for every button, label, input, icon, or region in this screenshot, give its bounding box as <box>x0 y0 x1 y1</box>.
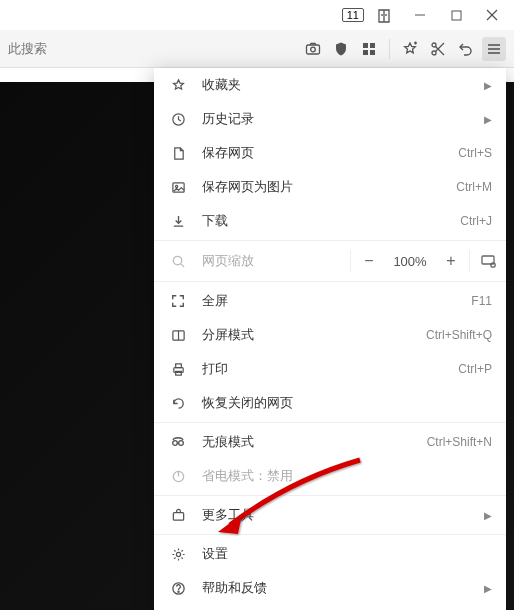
menu-zoom: 网页缩放 − 100% + <box>154 243 506 279</box>
tab-count-badge: 11 <box>342 8 364 22</box>
menu-item-label: 设置 <box>202 545 492 563</box>
svg-point-20 <box>173 256 181 264</box>
svg-point-12 <box>432 43 436 47</box>
svg-rect-4 <box>307 45 320 54</box>
restore-icon <box>168 396 188 411</box>
menu-item-label: 收藏夹 <box>202 76 484 94</box>
menu-settings[interactable]: 设置 <box>154 537 506 571</box>
svg-rect-9 <box>370 50 375 55</box>
chevron-right-icon: ▶ <box>484 114 492 125</box>
zoom-out-button[interactable]: − <box>351 243 387 279</box>
menu-history[interactable]: 历史记录 ▶ <box>154 102 506 136</box>
magnify-icon <box>168 254 188 269</box>
menu-restore-closed[interactable]: 恢复关闭的网页 <box>154 386 506 420</box>
star-icon <box>168 78 188 93</box>
menu-item-shortcut: F11 <box>471 294 492 308</box>
gear-icon <box>168 547 188 562</box>
menu-separator <box>154 534 506 535</box>
address-toolbar <box>0 30 514 68</box>
main-menu: 收藏夹 ▶ 历史记录 ▶ 保存网页 Ctrl+S 保存网页为图片 Ctrl+M … <box>154 68 506 610</box>
split-icon <box>168 328 188 343</box>
zoom-in-button[interactable]: + <box>433 243 469 279</box>
menu-separator <box>154 240 506 241</box>
incognito-icon <box>168 434 188 450</box>
svg-rect-32 <box>173 512 183 520</box>
separator <box>389 39 390 59</box>
menu-help-feedback[interactable]: 帮助和反馈 ▶ <box>154 571 506 605</box>
menu-item-shortcut: Ctrl+M <box>456 180 492 194</box>
menu-item-label: 恢复关闭的网页 <box>202 394 492 412</box>
zoom-settings-button[interactable] <box>470 243 506 279</box>
menu-separator <box>154 495 506 496</box>
zoom-label: 网页缩放 <box>202 252 254 270</box>
page-icon <box>168 146 188 161</box>
download-icon <box>168 214 188 229</box>
zoom-value: 100% <box>387 254 433 269</box>
menu-fullscreen[interactable]: 全屏 F11 <box>154 284 506 318</box>
menu-more-tools[interactable]: 更多工具 ▶ <box>154 498 506 532</box>
svg-line-2 <box>487 10 497 20</box>
undo-icon[interactable] <box>454 37 478 61</box>
toolbox-icon <box>168 508 188 523</box>
svg-point-29 <box>179 441 184 446</box>
svg-rect-8 <box>363 50 368 55</box>
minimize-button[interactable] <box>404 1 436 29</box>
fullscreen-icon <box>168 294 188 308</box>
menu-separator <box>154 422 506 423</box>
menu-favorites[interactable]: 收藏夹 ▶ <box>154 68 506 102</box>
star-plus-icon[interactable] <box>398 37 422 61</box>
svg-point-35 <box>177 591 178 592</box>
scissors-icon[interactable] <box>426 37 450 61</box>
menu-item-label: 省电模式：禁用 <box>202 467 492 485</box>
menu-item-shortcut: Ctrl+Shift+Q <box>426 328 492 342</box>
image-icon <box>168 180 188 195</box>
chevron-right-icon: ▶ <box>484 583 492 594</box>
menu-item-label: 无痕模式 <box>202 433 427 451</box>
menu-incognito[interactable]: 无痕模式 Ctrl+Shift+N <box>154 425 506 459</box>
svg-point-33 <box>176 552 180 556</box>
menu-item-shortcut: Ctrl+S <box>458 146 492 160</box>
svg-rect-7 <box>370 43 375 48</box>
menu-downloads[interactable]: 下载 Ctrl+J <box>154 204 506 238</box>
svg-point-19 <box>175 185 177 187</box>
maximize-button[interactable] <box>440 1 472 29</box>
svg-point-5 <box>311 47 316 52</box>
titlebar: 11 <box>0 0 514 30</box>
menu-item-label: 帮助和反馈 <box>202 579 484 597</box>
menu-item-shortcut: Ctrl+Shift+N <box>427 435 492 449</box>
menu-item-shortcut: Ctrl+P <box>458 362 492 376</box>
svg-rect-1 <box>452 11 461 20</box>
clock-icon <box>168 112 188 127</box>
printer-icon <box>168 362 188 377</box>
menu-item-label: 下载 <box>202 212 460 230</box>
shield-icon[interactable] <box>329 37 353 61</box>
address-input[interactable] <box>8 41 297 56</box>
menu-print[interactable]: 打印 Ctrl+P <box>154 352 506 386</box>
menu-separator <box>154 281 506 282</box>
help-icon <box>168 581 188 596</box>
svg-rect-27 <box>175 371 181 375</box>
hamburger-menu-button[interactable] <box>482 37 506 61</box>
close-button[interactable] <box>476 1 508 29</box>
menu-item-label: 全屏 <box>202 292 471 310</box>
chevron-right-icon: ▶ <box>484 510 492 521</box>
svg-point-13 <box>432 51 436 55</box>
menu-item-label: 打印 <box>202 360 458 378</box>
menu-item-shortcut: Ctrl+J <box>460 214 492 228</box>
menu-item-label: 更多工具 <box>202 506 484 524</box>
svg-point-28 <box>173 441 178 446</box>
chevron-right-icon: ▶ <box>484 80 492 91</box>
wardrobe-icon[interactable] <box>368 1 400 29</box>
menu-set-default[interactable]: 👍 设为默认浏览器 <box>154 605 506 610</box>
power-icon <box>168 469 188 484</box>
menu-power-save: 省电模式：禁用 <box>154 459 506 493</box>
menu-item-label: 保存网页 <box>202 144 458 162</box>
menu-save-as-image[interactable]: 保存网页为图片 Ctrl+M <box>154 170 506 204</box>
camera-icon[interactable] <box>301 37 325 61</box>
menu-split-screen[interactable]: 分屏模式 Ctrl+Shift+Q <box>154 318 506 352</box>
svg-line-3 <box>487 10 497 20</box>
menu-item-label: 保存网页为图片 <box>202 178 456 196</box>
grid-icon[interactable] <box>357 37 381 61</box>
menu-save-page[interactable]: 保存网页 Ctrl+S <box>154 136 506 170</box>
menu-item-label: 历史记录 <box>202 110 484 128</box>
